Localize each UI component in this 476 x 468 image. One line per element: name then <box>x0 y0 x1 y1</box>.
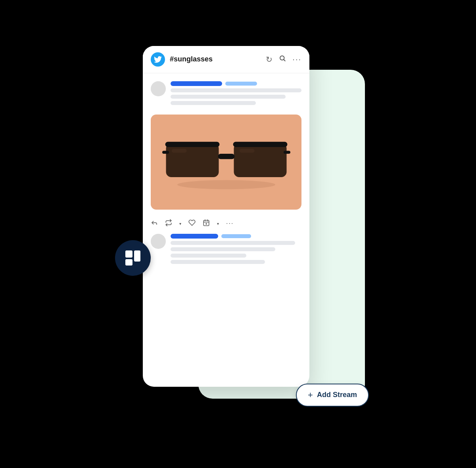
tweet-line-1a <box>171 88 301 92</box>
hootsuite-badge <box>115 240 151 276</box>
retweet-chevron-icon[interactable]: ▾ <box>179 222 181 226</box>
twitter-icon <box>151 52 165 67</box>
card-header: #sunglasses ↻ ··· <box>143 46 309 73</box>
name-bar-1 <box>171 81 222 86</box>
header-action-icons: ↻ ··· <box>266 55 301 64</box>
action-row: ▾ ▾ ··· <box>151 215 301 234</box>
tweet-item-2 <box>151 234 301 266</box>
schedule-icon[interactable] <box>203 219 210 228</box>
svg-rect-2 <box>166 143 219 177</box>
handle-bar-1 <box>225 82 257 86</box>
svg-rect-19 <box>134 250 140 262</box>
tweet-line-1b <box>171 95 286 99</box>
card-content: ▾ ▾ ··· <box>143 73 309 281</box>
svg-rect-18 <box>125 250 132 258</box>
tweet-item-1 <box>151 81 301 107</box>
add-stream-label: Add Stream <box>317 391 357 399</box>
svg-rect-9 <box>171 149 186 153</box>
reply-icon[interactable] <box>151 219 158 228</box>
svg-rect-20 <box>125 259 132 266</box>
tweet-line-2a <box>171 241 295 245</box>
refresh-icon[interactable]: ↻ <box>266 55 273 64</box>
svg-rect-8 <box>233 141 287 147</box>
add-stream-button[interactable]: + Add Stream <box>296 384 369 407</box>
twitter-card: #sunglasses ↻ ··· <box>143 46 309 387</box>
tweet-body-1 <box>171 81 301 107</box>
svg-rect-4 <box>218 154 234 159</box>
tweet-image <box>151 115 301 210</box>
svg-rect-7 <box>165 141 219 147</box>
name-bar-2 <box>171 234 218 239</box>
tweet-line-2c <box>171 254 246 258</box>
svg-point-11 <box>177 180 275 189</box>
svg-rect-3 <box>234 143 286 177</box>
name-row-2 <box>171 234 301 239</box>
plus-icon: + <box>308 390 313 400</box>
avatar-1 <box>151 81 166 96</box>
avatar-2 <box>151 234 166 249</box>
schedule-chevron-icon[interactable]: ▾ <box>217 222 219 226</box>
hashtag-label: #sunglasses <box>170 55 261 63</box>
svg-rect-5 <box>162 151 169 154</box>
tweet-body-2 <box>171 234 301 266</box>
svg-rect-10 <box>239 149 254 153</box>
like-icon[interactable] <box>188 219 196 228</box>
search-icon[interactable] <box>279 55 286 64</box>
more-icon[interactable]: ··· <box>292 55 301 64</box>
handle-bar-2 <box>221 234 251 238</box>
tweet-line-2b <box>171 247 275 251</box>
tweet-line-2d <box>171 260 265 264</box>
svg-rect-6 <box>283 151 290 154</box>
svg-line-1 <box>284 59 285 61</box>
more-actions-icon[interactable]: ··· <box>226 220 234 227</box>
name-row-1 <box>171 81 301 86</box>
retweet-icon[interactable] <box>165 219 172 228</box>
tweet-line-1c <box>171 101 256 105</box>
